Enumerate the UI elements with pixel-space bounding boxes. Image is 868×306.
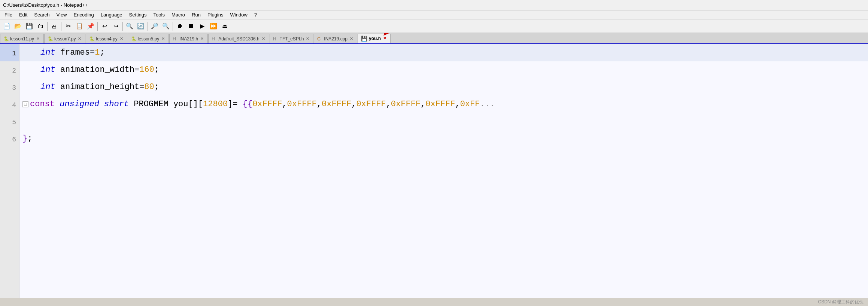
- comma-1: ,: [282, 96, 287, 113]
- undo-button[interactable]: ↩: [99, 21, 110, 31]
- menu-plugins[interactable]: Plugins: [204, 11, 227, 18]
- redo-button[interactable]: ↪: [110, 21, 121, 31]
- tab-icon-lesson4py: 🐍: [89, 36, 94, 42]
- find-button[interactable]: 🔍: [124, 21, 135, 31]
- line-num-4: 4: [0, 96, 19, 113]
- tab-label-lesson5py: lesson5.py: [138, 36, 159, 42]
- tab-label-ina219h: INA219.h: [179, 36, 198, 42]
- tab-close-lesson7py[interactable]: ✕: [77, 36, 82, 42]
- menu-window[interactable]: Window: [227, 11, 251, 18]
- open-file-button[interactable]: 📂: [13, 21, 23, 31]
- semi-3: ;: [154, 79, 159, 96]
- tab-close-lesson4py[interactable]: ✕: [119, 36, 124, 42]
- save-all-button[interactable]: 🗂: [35, 21, 46, 31]
- tab-close-youh[interactable]: ✕: [382, 36, 387, 41]
- menu-view[interactable]: View: [54, 11, 70, 18]
- tab-close-lesson11py[interactable]: ✕: [36, 36, 40, 42]
- watermark-text: CSDN @理工科的优佚: [818, 299, 864, 305]
- tab-close-lesson5py[interactable]: ✕: [161, 36, 166, 42]
- hex-6: 0xFFFF: [425, 96, 455, 113]
- ident-frames: frames: [60, 44, 90, 61]
- space-4b: [99, 96, 104, 113]
- op-eq-3: =: [139, 79, 144, 96]
- menu-language[interactable]: Language: [98, 11, 125, 18]
- indent-3: [22, 79, 40, 96]
- tab-lesson4py[interactable]: 🐍 lesson4.py ✕: [86, 34, 127, 43]
- menu-encoding[interactable]: Encoding: [71, 11, 97, 18]
- menu-settings[interactable]: Settings: [126, 11, 150, 18]
- tab-icon-lesson7py: 🐍: [48, 36, 53, 42]
- kw-const: const: [30, 96, 55, 113]
- code-line-4: □ const unsigned short PROGMEM you [][ 1…: [19, 96, 868, 113]
- tab-close-ssd1306h[interactable]: ✕: [261, 36, 266, 42]
- menu-file[interactable]: File: [1, 11, 15, 18]
- tab-close-tfth[interactable]: ✕: [305, 36, 310, 42]
- tab-close-ina219cpp[interactable]: ✕: [349, 36, 354, 42]
- line-num-1: 1: [0, 44, 19, 61]
- zoom-in-button[interactable]: 🔎: [149, 21, 160, 31]
- space-4c: [129, 96, 134, 113]
- tab-ina219cpp[interactable]: C INA219.cpp ✕: [314, 34, 357, 43]
- ident-anim-height: animation_height: [60, 79, 139, 96]
- play-button[interactable]: ▶: [197, 21, 207, 31]
- menu-edit[interactable]: Edit: [16, 11, 30, 18]
- record-button[interactable]: ⏺: [174, 21, 185, 31]
- title-bar: C:\Users\lz\Desktop\you.h - Notepad++: [0, 0, 868, 10]
- ellipsis: ...: [480, 96, 495, 113]
- run-button[interactable]: ⏩: [208, 21, 219, 31]
- tab-lesson11py[interactable]: 🐍 lesson11.py ✕: [0, 34, 44, 43]
- ident-progmem: PROGMEM: [134, 96, 168, 113]
- tab-close-ina219h[interactable]: ✕: [200, 36, 204, 42]
- space-4e: [238, 96, 243, 113]
- empty-line-5: [22, 113, 27, 130]
- menu-bar: File Edit Search View Encoding Language …: [0, 10, 868, 19]
- line-num-6: 6: [0, 130, 19, 147]
- comma-5: ,: [421, 96, 425, 113]
- space-3: [55, 79, 60, 96]
- indent-1: [22, 44, 40, 61]
- stop-button[interactable]: ⏹: [186, 21, 196, 31]
- toolbar-sep-1: [47, 22, 48, 31]
- paste-button[interactable]: 📌: [85, 21, 96, 31]
- indent-2: [22, 61, 40, 79]
- tab-icon-tfth: H: [273, 36, 278, 42]
- bracket-open: [][: [188, 96, 203, 113]
- save-disk-icon: 💾: [361, 36, 367, 42]
- zoom-out-button[interactable]: 🔍: [161, 21, 171, 31]
- tab-lesson7py[interactable]: 🐍 lesson7.py ✕: [44, 34, 85, 43]
- kw-int-3: int: [40, 79, 55, 96]
- hex-5: 0xFFFF: [391, 96, 421, 113]
- op-eq-2: =: [134, 61, 139, 79]
- fold-button-4[interactable]: □: [22, 101, 28, 107]
- new-file-button[interactable]: 📄: [1, 21, 12, 31]
- tab-ina219h[interactable]: H INA219.h ✕: [169, 34, 208, 43]
- abort-button[interactable]: ⏏: [219, 21, 230, 31]
- code-content[interactable]: int frames = 1 ; int animation_width = 1…: [19, 44, 868, 298]
- tab-label-tfth: TFT_eSPI.h: [280, 36, 304, 42]
- save-button[interactable]: 💾: [24, 21, 34, 31]
- print-button[interactable]: 🖨: [49, 21, 60, 31]
- title-text: C:\Users\lz\Desktop\you.h - Notepad++: [3, 2, 88, 8]
- menu-run[interactable]: Run: [189, 11, 204, 18]
- menu-help[interactable]: ?: [251, 11, 260, 18]
- semi-1: ;: [100, 44, 104, 61]
- tab-youh[interactable]: 💾 you.h ✕: [358, 34, 391, 43]
- replace-button[interactable]: 🔄: [136, 21, 146, 31]
- semi-2: ;: [154, 61, 159, 79]
- ident-anim-width: animation_width: [60, 61, 134, 79]
- cut-button[interactable]: ✂: [63, 21, 73, 31]
- comma-2: ,: [317, 96, 322, 113]
- menu-tools[interactable]: Tools: [151, 11, 168, 18]
- tab-icon-lesson5py: 🐍: [131, 36, 136, 42]
- code-line-1: int frames = 1 ;: [19, 44, 868, 61]
- toolbar-sep-6: [173, 22, 173, 31]
- menu-search[interactable]: Search: [31, 11, 52, 18]
- tab-label-ina219cpp: INA219.cpp: [324, 36, 347, 42]
- tab-ssd1306h[interactable]: H Adafruit_SSD1306.h ✕: [208, 34, 269, 43]
- tab-tfth[interactable]: H TFT_eSPI.h ✕: [270, 34, 314, 43]
- kw-int-2: int: [40, 61, 55, 79]
- menu-macro[interactable]: Macro: [169, 11, 188, 18]
- ident-you: you: [173, 96, 188, 113]
- tab-lesson5py[interactable]: 🐍 lesson5.py ✕: [128, 34, 169, 43]
- copy-button[interactable]: 📋: [74, 21, 85, 31]
